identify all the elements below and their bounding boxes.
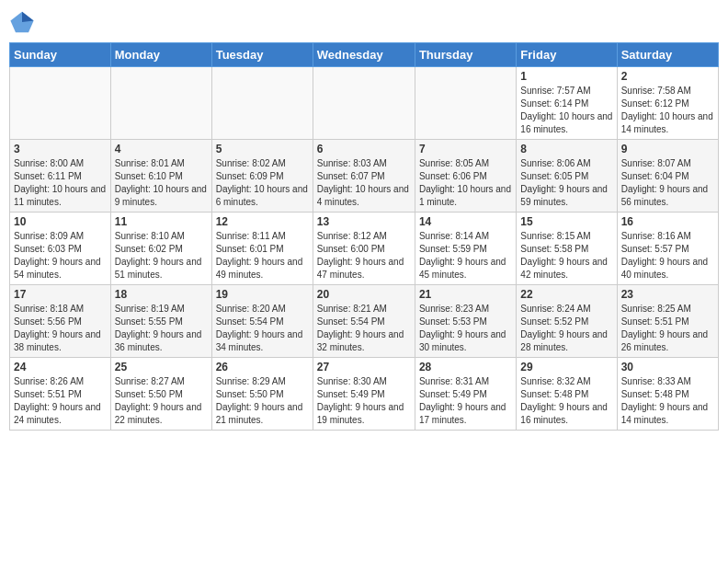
calendar-week-2: 3Sunrise: 8:00 AM Sunset: 6:11 PM Daylig… (10, 140, 719, 213)
day-number: 2 (621, 70, 714, 83)
day-number: 11 (115, 215, 208, 228)
calendar-day: 5Sunrise: 8:02 AM Sunset: 6:09 PM Daylig… (211, 140, 313, 213)
calendar-day: 24Sunrise: 8:26 AM Sunset: 5:51 PM Dayli… (10, 358, 111, 431)
calendar-day: 23Sunrise: 8:25 AM Sunset: 5:51 PM Dayli… (617, 285, 718, 358)
calendar-day: 30Sunrise: 8:33 AM Sunset: 5:48 PM Dayli… (617, 358, 718, 431)
calendar-header-monday: Monday (110, 43, 211, 67)
day-info: Sunrise: 8:05 AM Sunset: 6:06 PM Dayligh… (419, 157, 512, 209)
calendar-day: 11Sunrise: 8:10 AM Sunset: 6:02 PM Dayli… (110, 213, 211, 285)
day-info: Sunrise: 8:15 AM Sunset: 5:58 PM Dayligh… (520, 230, 612, 282)
calendar-header-sunday: Sunday (10, 43, 111, 67)
day-number: 13 (317, 215, 411, 228)
calendar-header-saturday: Saturday (617, 43, 718, 67)
day-info: Sunrise: 8:25 AM Sunset: 5:51 PM Dayligh… (621, 303, 714, 354)
day-number: 26 (216, 361, 309, 373)
calendar-day: 1Sunrise: 7:57 AM Sunset: 6:14 PM Daylig… (517, 67, 617, 140)
logo (9, 9, 39, 35)
day-number: 14 (419, 215, 512, 228)
calendar-day: 21Sunrise: 8:23 AM Sunset: 5:53 PM Dayli… (415, 285, 516, 358)
calendar-day: 26Sunrise: 8:29 AM Sunset: 5:50 PM Dayli… (211, 358, 313, 431)
calendar-table: SundayMondayTuesdayWednesdayThursdayFrid… (9, 42, 719, 431)
day-info: Sunrise: 8:23 AM Sunset: 5:53 PM Dayligh… (419, 303, 512, 354)
calendar-day: 13Sunrise: 8:12 AM Sunset: 6:00 PM Dayli… (313, 213, 415, 285)
day-info: Sunrise: 8:30 AM Sunset: 5:49 PM Dayligh… (317, 375, 411, 427)
day-number: 10 (14, 215, 107, 228)
day-number: 12 (216, 215, 309, 228)
day-number: 7 (419, 143, 512, 155)
day-info: Sunrise: 8:11 AM Sunset: 6:01 PM Dayligh… (216, 230, 309, 282)
day-number: 3 (14, 143, 107, 155)
calendar-day: 16Sunrise: 8:16 AM Sunset: 5:57 PM Dayli… (617, 213, 718, 285)
calendar-header-tuesday: Tuesday (211, 43, 313, 67)
day-number: 23 (621, 288, 714, 301)
day-info: Sunrise: 8:29 AM Sunset: 5:50 PM Dayligh… (216, 375, 309, 427)
day-info: Sunrise: 8:20 AM Sunset: 5:54 PM Dayligh… (216, 303, 309, 354)
calendar-day: 27Sunrise: 8:30 AM Sunset: 5:49 PM Dayli… (313, 358, 415, 431)
day-info: Sunrise: 8:00 AM Sunset: 6:11 PM Dayligh… (14, 157, 107, 209)
calendar-header-friday: Friday (517, 43, 617, 67)
calendar-day: 8Sunrise: 8:06 AM Sunset: 6:05 PM Daylig… (517, 140, 617, 213)
calendar-day: 2Sunrise: 7:58 AM Sunset: 6:12 PM Daylig… (617, 67, 718, 140)
calendar-day: 29Sunrise: 8:32 AM Sunset: 5:48 PM Dayli… (517, 358, 617, 431)
calendar-day: 28Sunrise: 8:31 AM Sunset: 5:49 PM Dayli… (415, 358, 516, 431)
day-info: Sunrise: 8:02 AM Sunset: 6:09 PM Dayligh… (216, 157, 309, 209)
day-number: 9 (621, 143, 714, 155)
calendar-day (313, 67, 415, 140)
calendar-day (211, 67, 313, 140)
calendar-day: 25Sunrise: 8:27 AM Sunset: 5:50 PM Dayli… (110, 358, 211, 431)
day-number: 21 (419, 288, 512, 301)
day-number: 24 (14, 361, 107, 373)
day-info: Sunrise: 8:19 AM Sunset: 5:55 PM Dayligh… (115, 303, 208, 354)
day-number: 6 (317, 143, 411, 155)
day-number: 28 (419, 361, 512, 373)
day-info: Sunrise: 8:33 AM Sunset: 5:48 PM Dayligh… (621, 375, 714, 427)
day-number: 22 (520, 288, 612, 301)
calendar-day: 4Sunrise: 8:01 AM Sunset: 6:10 PM Daylig… (110, 140, 211, 213)
day-number: 20 (317, 288, 411, 301)
calendar-day: 6Sunrise: 8:03 AM Sunset: 6:07 PM Daylig… (313, 140, 415, 213)
header (9, 9, 719, 35)
day-info: Sunrise: 7:57 AM Sunset: 6:14 PM Dayligh… (520, 85, 612, 136)
calendar-week-4: 17Sunrise: 8:18 AM Sunset: 5:56 PM Dayli… (10, 285, 719, 358)
calendar-header-row: SundayMondayTuesdayWednesdayThursdayFrid… (10, 43, 719, 67)
day-info: Sunrise: 8:12 AM Sunset: 6:00 PM Dayligh… (317, 230, 411, 282)
calendar-day: 19Sunrise: 8:20 AM Sunset: 5:54 PM Dayli… (211, 285, 313, 358)
calendar-day: 17Sunrise: 8:18 AM Sunset: 5:56 PM Dayli… (10, 285, 111, 358)
calendar-day: 22Sunrise: 8:24 AM Sunset: 5:52 PM Dayli… (517, 285, 617, 358)
day-info: Sunrise: 8:21 AM Sunset: 5:54 PM Dayligh… (317, 303, 411, 354)
calendar-week-5: 24Sunrise: 8:26 AM Sunset: 5:51 PM Dayli… (10, 358, 719, 431)
day-number: 18 (115, 288, 208, 301)
day-number: 1 (520, 70, 612, 83)
calendar-day: 3Sunrise: 8:00 AM Sunset: 6:11 PM Daylig… (10, 140, 111, 213)
day-number: 19 (216, 288, 309, 301)
day-info: Sunrise: 8:10 AM Sunset: 6:02 PM Dayligh… (115, 230, 208, 282)
calendar-day (10, 67, 111, 140)
day-number: 16 (621, 215, 714, 228)
day-number: 8 (520, 143, 612, 155)
calendar-day: 14Sunrise: 8:14 AM Sunset: 5:59 PM Dayli… (415, 213, 516, 285)
day-number: 17 (14, 288, 107, 301)
calendar-day: 7Sunrise: 8:05 AM Sunset: 6:06 PM Daylig… (415, 140, 516, 213)
calendar-week-3: 10Sunrise: 8:09 AM Sunset: 6:03 PM Dayli… (10, 213, 719, 285)
day-number: 4 (115, 143, 208, 155)
day-info: Sunrise: 8:18 AM Sunset: 5:56 PM Dayligh… (14, 303, 107, 354)
day-info: Sunrise: 7:58 AM Sunset: 6:12 PM Dayligh… (621, 85, 714, 136)
day-info: Sunrise: 8:31 AM Sunset: 5:49 PM Dayligh… (419, 375, 512, 427)
day-info: Sunrise: 8:32 AM Sunset: 5:48 PM Dayligh… (520, 375, 612, 427)
day-number: 5 (216, 143, 309, 155)
day-number: 15 (520, 215, 612, 228)
calendar-day: 18Sunrise: 8:19 AM Sunset: 5:55 PM Dayli… (110, 285, 211, 358)
calendar-day: 10Sunrise: 8:09 AM Sunset: 6:03 PM Dayli… (10, 213, 111, 285)
calendar-day (110, 67, 211, 140)
calendar-header-thursday: Thursday (415, 43, 516, 67)
calendar-day: 15Sunrise: 8:15 AM Sunset: 5:58 PM Dayli… (517, 213, 617, 285)
day-info: Sunrise: 8:14 AM Sunset: 5:59 PM Dayligh… (419, 230, 512, 282)
calendar-day (415, 67, 516, 140)
svg-marker-1 (22, 12, 34, 22)
logo-icon (9, 9, 35, 35)
day-info: Sunrise: 8:16 AM Sunset: 5:57 PM Dayligh… (621, 230, 714, 282)
calendar-day: 9Sunrise: 8:07 AM Sunset: 6:04 PM Daylig… (617, 140, 718, 213)
day-info: Sunrise: 8:06 AM Sunset: 6:05 PM Dayligh… (520, 157, 612, 209)
day-number: 29 (520, 361, 612, 373)
day-number: 25 (115, 361, 208, 373)
